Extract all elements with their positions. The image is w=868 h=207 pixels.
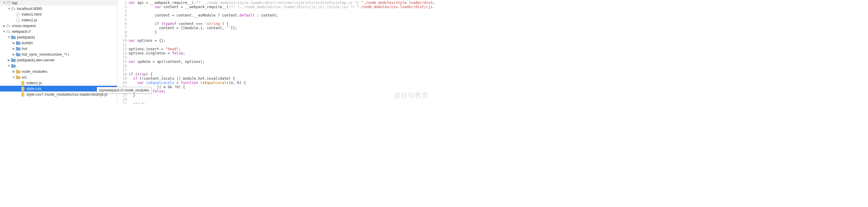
line-number: 9 [117, 34, 129, 38]
line-number: 15 [117, 60, 129, 64]
line-number: 16 [117, 64, 129, 68]
code-line[interactable] [129, 34, 434, 38]
code-line[interactable]: if (typeof content === 'string') { [129, 22, 434, 26]
file-yellow-icon [21, 92, 25, 97]
expand-arrow-down-icon[interactable]: ▼ [7, 35, 11, 39]
code-line[interactable] [129, 9, 434, 13]
line-number: 13 [117, 51, 129, 55]
tree-item-label: index1.html [22, 12, 115, 17]
expand-arrow-down-icon[interactable]: ▼ [7, 64, 11, 67]
expand-arrow-right-icon[interactable]: ▶ [2, 24, 6, 27]
svg-rect-7 [16, 47, 18, 48]
expand-arrow-down-icon[interactable]: ▼ [2, 1, 6, 4]
code-line[interactable]: options.insert = "head"; [129, 47, 434, 51]
tree-row[interactable]: ▼top [0, 0, 117, 6]
tree-item-label: webpack:// [12, 29, 115, 34]
line-number: 11 [117, 43, 129, 47]
folder-orange-icon [16, 69, 21, 74]
line-number: 17 [117, 68, 129, 72]
expand-arrow-right-icon[interactable]: ▶ [12, 53, 16, 56]
code-line[interactable]: var api = __webpack_require__(/*! ../nod… [129, 1, 434, 5]
svg-rect-15 [16, 70, 18, 71]
tree-row[interactable]: ▶index1.js [0, 80, 117, 86]
line-number: 20 [117, 81, 129, 85]
line-number: 2 [117, 5, 129, 9]
line-number: 23 [117, 93, 129, 97]
code-line[interactable] [129, 55, 434, 60]
svg-rect-13 [11, 64, 13, 65]
line-number: 19 [117, 77, 129, 81]
code-line[interactable]: content = [[module.i, content, '']]; [129, 26, 434, 30]
code-line[interactable]: } [129, 93, 434, 97]
tree-row[interactable]: ▶hot_sync_nonrecursive_^\.\ [0, 52, 117, 57]
code-line[interactable]: var p; [129, 102, 434, 104]
line-number: 24 [117, 97, 129, 102]
file-white-icon [16, 12, 21, 17]
line-number: 5 [117, 18, 129, 22]
code-line[interactable] [129, 64, 434, 68]
code-content[interactable]: var api = __webpack_require__(/*! ../nod… [129, 0, 434, 104]
code-line[interactable]: var content = __webpack_require__(/*! !.… [129, 5, 434, 9]
svg-rect-0 [7, 1, 10, 4]
tree-item-label: hot [22, 46, 115, 51]
code-line[interactable]: var update = api(content, options); [129, 60, 434, 64]
expand-arrow-right-icon[interactable]: ▶ [12, 70, 16, 73]
folder-blue-icon [16, 52, 21, 57]
expand-arrow-right-icon[interactable]: ▶ [12, 41, 16, 45]
code-line[interactable]: if (!content.locals || module.hot.invali… [129, 77, 434, 81]
line-number: 1 [117, 1, 129, 5]
tree-row[interactable]: ▼. [0, 63, 117, 68]
line-number: 18 [117, 72, 129, 77]
cloud-icon [6, 24, 11, 28]
tree-row[interactable]: ▶index1.html [0, 11, 117, 17]
tree-item-label: (webpack) [17, 35, 115, 39]
svg-rect-3 [11, 35, 13, 37]
tree-row[interactable]: ▼(webpack) [0, 34, 117, 40]
code-line[interactable]: var isEqualLocals = function isEqualLoca… [129, 81, 434, 85]
expand-arrow-right-icon[interactable]: ▶ [12, 47, 16, 50]
tree-item-label: buildin [22, 40, 115, 45]
code-line[interactable]: content = content.__esModule ? content.d… [129, 13, 434, 18]
folder-orange-icon [16, 75, 21, 80]
line-number: 10 [117, 38, 129, 43]
tree-row[interactable]: ▶hot [0, 46, 117, 52]
expand-arrow-down-icon[interactable]: ▼ [2, 30, 6, 33]
code-line[interactable]: options.singleton = false; [129, 51, 434, 55]
tree-row[interactable]: ▶index1.js [0, 17, 117, 23]
window-icon [6, 1, 11, 5]
tree-item-label: src [22, 75, 115, 80]
tree-row[interactable]: ▶buildin [0, 40, 117, 46]
tree-item-label: hot_sync_nonrecursive_^\.\ [22, 52, 115, 57]
code-line[interactable]: if (true) { [129, 72, 434, 77]
code-line[interactable] [129, 68, 434, 72]
code-line[interactable]: var options = {}; [129, 38, 434, 43]
cloud-icon [11, 6, 16, 11]
tree-row[interactable]: ▼webpack:// [0, 29, 117, 34]
code-line[interactable]: } [129, 30, 434, 34]
code-line[interactable]: return false; [129, 89, 434, 93]
expand-arrow-right-icon[interactable]: ▶ [7, 58, 11, 62]
line-number: 3 [117, 9, 129, 13]
code-line[interactable] [129, 18, 434, 22]
tree-row[interactable]: ▶node_modules [0, 68, 117, 74]
tree-row[interactable]: ▶cross-request [0, 23, 117, 29]
tree-row[interactable]: ▶(webpack)-dev-server [0, 57, 117, 63]
code-line[interactable]: || a && !b) { [129, 85, 434, 89]
file-yellow-icon [21, 86, 25, 91]
code-line[interactable] [129, 97, 434, 102]
expand-arrow-down-icon[interactable]: ▼ [7, 7, 11, 10]
tree-item-label: index1.js [22, 18, 115, 22]
folder-blue-icon [16, 46, 21, 51]
folder-blue-icon [16, 40, 21, 46]
folder-blue-icon [11, 58, 16, 63]
tree-row[interactable]: ▼src [0, 74, 117, 80]
tree-item-label: index1.js [26, 81, 115, 85]
tree-row[interactable]: ▼localhost:8080 [0, 6, 117, 11]
path-tooltip: top/webpack:///./node_modules [97, 87, 152, 94]
svg-rect-9 [16, 53, 18, 54]
code-editor[interactable]: 1234567891011121314151617181920212223242… [117, 0, 434, 104]
expand-arrow-down-icon[interactable]: ▼ [12, 76, 16, 79]
code-line[interactable] [129, 43, 434, 47]
folder-blue-icon [11, 63, 16, 68]
line-number: 14 [117, 55, 129, 60]
